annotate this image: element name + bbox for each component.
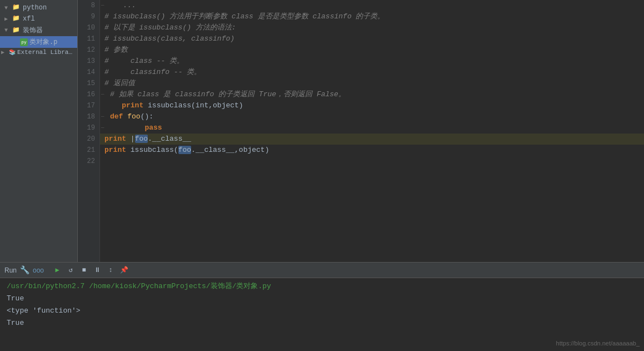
code-line-14: # classinfo -- 类。 — [100, 67, 644, 78]
sidebar-item-decorator[interactable]: ▼ 📁 装饰器 — [0, 24, 77, 36]
folder-icon-python: 📁 — [12, 3, 21, 12]
code-line-10: # 以下是 issubclass() 方法的语法: — [100, 22, 644, 33]
output-line-1: /usr/bin/python2.7 /home/kiosk/PycharmPr… — [7, 280, 637, 293]
tree-arrow-decorator: ▼ — [4, 27, 12, 33]
code-content-12: # 参数 — [104, 46, 128, 54]
code-content-14: # classinfo -- 类。 — [104, 68, 201, 76]
fold-18: — — [101, 111, 104, 122]
ln-16: 16 — [82, 89, 95, 100]
code-line-13: # class -- 类。 — [100, 56, 644, 67]
code-lines[interactable]: — ... # issubclass() 方法用于判断参数 class 是否是类… — [100, 0, 644, 262]
code-content-13: # class -- 类。 — [104, 57, 184, 65]
run-buttons: ▶ ↺ ■ ⏸ ↕ 📌 — [52, 265, 129, 276]
code-content-16: # 如果 class 是 classinfo 的子类返回 True，否则返回 F… — [110, 90, 346, 98]
code-content-8: ... — [110, 1, 136, 9]
sidebar-label-python: python — [23, 4, 47, 12]
tree-arrow-xfl: ▶ — [4, 16, 12, 22]
watermark: https://blog.csdn.net/aaaaaab_ — [556, 340, 640, 347]
code-content-11: # issubclass(class, classinfo) — [104, 34, 234, 43]
sidebar-label-decorator: 装饰器 — [23, 26, 43, 35]
ln-15: 15 — [82, 78, 95, 89]
run-tab-name: ooo — [33, 266, 44, 274]
code-container[interactable]: 8 9 10 11 12 13 14 15 16 17 18 19 20 21 … — [78, 0, 644, 262]
ln-9: 9 — [82, 11, 95, 22]
output-area: /usr/bin/python2.7 /home/kiosk/PycharmPr… — [0, 278, 644, 351]
sidebar-item-python[interactable]: ▼ 📁 python — [0, 2, 77, 13]
sidebar: ▼ 📁 python ▶ 📁 xfl ▼ 📁 装饰器 py 类对象.p ▶ 📚 … — [0, 0, 78, 262]
code-line-16: — # 如果 class 是 classinfo 的子类返回 True，否则返回… — [100, 89, 644, 100]
code-content-17: print issubclass(int,object) — [104, 101, 243, 110]
run-icon: 🔧 — [20, 265, 29, 275]
sidebar-item-xfl[interactable]: ▶ 📁 xfl — [0, 13, 77, 24]
code-line-12: # 参数 — [100, 45, 644, 56]
code-line-18: — def foo(): — [100, 111, 644, 122]
output-line-2: True — [7, 293, 637, 305]
ln-19: 19 — [82, 122, 95, 134]
ln-10: 10 — [82, 22, 95, 33]
code-content-22 — [104, 157, 109, 165]
sidebar-label-external: External Libra... — [17, 49, 75, 56]
run-pin-button[interactable]: 📌 — [118, 265, 129, 276]
code-content-21: print issubclass(foo.__class__,object) — [104, 146, 269, 154]
run-pause-button[interactable]: ⏸ — [92, 265, 103, 276]
editor-area: 8 9 10 11 12 13 14 15 16 17 18 19 20 21 … — [78, 0, 644, 262]
main-area: ▼ 📁 python ▶ 📁 xfl ▼ 📁 装饰器 py 类对象.p ▶ 📚 … — [0, 0, 644, 262]
sidebar-label-file: 类对象.p — [29, 37, 57, 47]
code-content-9: # issubclass() 方法用于判断参数 class 是否是类型参数 cl… — [104, 12, 385, 21]
sidebar-item-external[interactable]: ▶ 📚 External Libra... — [0, 48, 77, 57]
code-line-17: print issubclass(int,object) — [100, 100, 644, 111]
code-line-22 — [100, 156, 644, 167]
external-lib-icon: 📚 — [9, 49, 16, 56]
code-line-9: # issubclass() 方法用于判断参数 class 是否是类型参数 cl… — [100, 11, 644, 22]
ln-21: 21 — [82, 145, 95, 156]
output-line-4: True — [7, 317, 637, 329]
code-content-19: pass — [110, 123, 162, 132]
ln-14: 14 — [82, 67, 95, 78]
code-line-21: print issubclass(foo.__class__,object) — [100, 145, 644, 156]
ln-11: 11 — [82, 33, 95, 45]
code-line-19: — pass — [100, 122, 644, 134]
run-rerun-button[interactable]: ↺ — [65, 265, 76, 276]
fold-19: — — [101, 122, 104, 134]
code-content-20: print |foo.__class__ — [104, 135, 191, 143]
run-label: Run — [4, 266, 17, 274]
output-path: /usr/bin/python2.7 /home/kiosk/PycharmPr… — [7, 282, 271, 290]
code-line-11: # issubclass(class, classinfo) — [100, 33, 644, 45]
ln-8: 8 — [82, 0, 95, 11]
run-play-button[interactable]: ▶ — [52, 265, 63, 276]
folder-icon-xfl: 📁 — [12, 14, 21, 23]
run-step-button[interactable]: ↕ — [105, 265, 116, 276]
ln-17: 17 — [82, 100, 95, 111]
run-stop-button[interactable]: ■ — [78, 265, 89, 276]
tree-arrow-external: ▶ — [1, 49, 9, 56]
output-line-3: <type 'function'> — [7, 305, 637, 317]
run-toolbar: Run 🔧 ooo ▶ ↺ ■ ⏸ ↕ 📌 — [0, 263, 644, 278]
code-content-10: # 以下是 issubclass() 方法的语法: — [104, 23, 236, 32]
fold-16: — — [101, 89, 104, 100]
fold-8: — — [101, 0, 104, 11]
ln-22: 22 — [82, 156, 95, 167]
folder-icon-decorator: 📁 — [12, 26, 21, 35]
code-line-15: # 返回值 — [100, 78, 644, 89]
sidebar-item-file[interactable]: py 类对象.p — [0, 36, 77, 48]
ln-13: 13 — [82, 56, 95, 67]
code-content-15: # 返回值 — [104, 79, 135, 87]
file-icon-py: py — [20, 38, 28, 46]
bottom-panel: Run 🔧 ooo ▶ ↺ ■ ⏸ ↕ 📌 /usr/bin/python2.7… — [0, 262, 644, 351]
code-line-8: — ... — [100, 0, 644, 11]
code-content-18: def foo(): — [110, 112, 153, 121]
ln-20: 20 — [82, 134, 95, 145]
ln-18: 18 — [82, 111, 95, 122]
tree-arrow-python: ▼ — [4, 5, 12, 11]
sidebar-label-xfl: xfl — [23, 15, 35, 23]
ln-12: 12 — [82, 45, 95, 56]
code-line-20: print |foo.__class__ — [100, 134, 644, 145]
line-numbers: 8 9 10 11 12 13 14 15 16 17 18 19 20 21 … — [78, 0, 100, 262]
